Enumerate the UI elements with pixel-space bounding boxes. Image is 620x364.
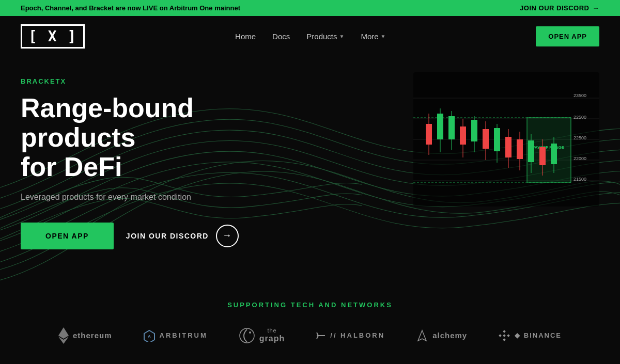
svg-rect-32 [517,139,523,159]
partner-alchemy: alchemy [416,329,467,342]
hero-title-line2: for DeFi [21,152,122,182]
svg-marker-39 [58,327,69,339]
discord-arrow-circle: → [216,225,239,247]
arrow-right-icon: → [222,230,233,241]
nav-item-home[interactable]: Home [235,32,256,41]
svg-rect-20 [448,116,455,139]
arbitrum-icon: A [143,329,156,342]
svg-rect-50 [499,334,502,337]
thegraph-graph-label: graph [259,334,285,343]
svg-text:21500: 21500 [574,177,586,182]
svg-rect-26 [483,129,489,149]
svg-rect-49 [503,330,506,333]
announcement-banner: Epoch, Channel, and Bracket are now LIVE… [0,0,620,16]
chart-svg: 23500 22500 22500 22000 21500 PAYOFF RAN… [413,72,599,207]
ethereum-icon [58,327,69,344]
hero-title-line1: Range-bound products [21,93,194,152]
svg-rect-36 [539,147,546,165]
svg-rect-22 [460,126,466,145]
thegraph-icon [239,327,255,344]
main-nav: [ X ] Home Docs Products ▼ More ▼ OPEN A… [0,16,620,57]
chevron-down-icon: ▼ [381,34,386,39]
hero-open-app-button[interactable]: OPEN APP [21,223,114,249]
hero-chart: 23500 22500 22500 22000 21500 PAYOFF RAN… [413,72,599,207]
announcement-text: Epoch, Channel, and Bracket are now LIVE… [21,4,240,12]
banner-arrow-icon: → [593,4,600,12]
svg-rect-53 [503,334,506,337]
svg-rect-30 [505,137,512,157]
nav-item-products[interactable]: Products ▼ [306,32,344,41]
partner-halborn: // HALBORN [316,330,385,341]
arbitrum-label: ARBITRUM [160,331,208,339]
hero-discord-button[interactable]: JOIN OUR DISCORD → [126,225,239,247]
svg-rect-18 [437,114,443,139]
svg-rect-24 [471,120,477,141]
thegraph-text-block: the graph [259,327,285,343]
partner-ethereum: ethereum [58,327,112,344]
svg-text:PAYOFF RANGE: PAYOFF RANGE [532,145,565,150]
svg-marker-48 [418,330,426,341]
nav-products-label: Products [306,32,337,41]
svg-point-43 [240,328,254,343]
svg-rect-16 [426,124,432,145]
nav-links: Home Docs Products ▼ More ▼ [235,32,385,41]
partners-section: SUPPORTING TECH AND NETWORKS ethereum A … [0,280,620,364]
nav-open-app-button[interactable]: OPEN APP [536,26,599,46]
svg-rect-38 [551,144,557,164]
halborn-icon [316,330,326,341]
partners-logos-list: ethereum A ARBITRUM the graph [21,327,599,344]
svg-text:23500: 23500 [574,93,586,98]
chevron-down-icon: ▼ [339,34,345,39]
svg-text:A: A [148,334,151,339]
nav-more-label: More [361,32,378,41]
svg-point-44 [249,331,251,334]
binance-label: ◆ BINANCE [515,331,562,339]
svg-rect-51 [507,334,510,337]
hero-subtitle: Leveraged products for every market cond… [21,193,289,202]
nav-item-more[interactable]: More ▼ [361,32,385,41]
site-logo[interactable]: [ X ] [21,24,85,49]
partners-section-title: SUPPORTING TECH AND NETWORKS [21,301,599,309]
svg-text:22000: 22000 [574,156,586,161]
hero-text-content: BRACKETX Range-bound products for DeFi L… [21,77,289,249]
banner-discord-link[interactable]: JOIN OUR DISCORD → [520,4,599,12]
hero-eyebrow: BRACKETX [21,77,289,85]
banner-discord-label: JOIN OUR DISCORD [520,4,589,12]
svg-rect-34 [528,140,534,162]
alchemy-label: alchemy [432,331,467,340]
hero-title: Range-bound products for DeFi [21,93,289,182]
partner-binance: ◆ BINANCE [498,329,562,342]
nav-item-docs[interactable]: Docs [272,32,290,41]
svg-rect-52 [503,338,506,341]
alchemy-icon [416,329,428,342]
partner-arbitrum: A ARBITRUM [143,329,208,342]
partner-thegraph: the graph [239,327,285,344]
thegraph-the-label: the [259,327,285,334]
halborn-label: // HALBORN [330,331,385,339]
discord-button-label: JOIN OUR DISCORD [126,232,209,240]
svg-rect-28 [494,128,500,151]
svg-text:22500: 22500 [574,115,586,120]
ethereum-label: ethereum [73,331,112,340]
binance-icon [498,329,510,342]
hero-cta-buttons: OPEN APP JOIN OUR DISCORD → [21,223,289,249]
svg-text:22500: 22500 [574,135,586,140]
hero-section: .wave { fill: none; stroke: #4ade80; str… [0,57,620,280]
